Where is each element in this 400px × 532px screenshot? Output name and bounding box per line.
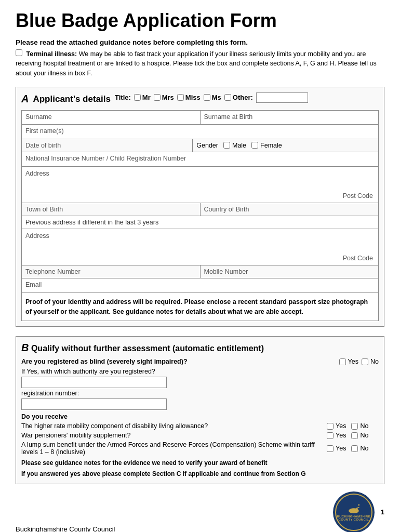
gender-female-text: Female [260, 142, 282, 149]
war-yes-label[interactable]: Yes [327, 432, 346, 439]
blind-yes-text: Yes [348, 358, 358, 365]
armed-yes-checkbox[interactable] [327, 445, 334, 452]
do-you-receive: Do you receive [21, 413, 379, 420]
svg-point-1 [358, 504, 359, 506]
b-note1: Please see guidance notes for the eviden… [21, 459, 379, 468]
war-yes-checkbox[interactable] [327, 432, 334, 439]
dob-field: Date of birth [22, 139, 193, 152]
b-note2: If you answered yes above please complet… [21, 470, 379, 478]
title-other-text: Other: [233, 94, 253, 101]
war-no-text: No [360, 432, 368, 439]
mobile-field: Mobile Number [200, 265, 379, 278]
title-miss-label[interactable]: Miss [177, 94, 201, 101]
title-other-label[interactable]: Other: [224, 94, 253, 101]
terminal-section: Terminal illness: We may be able to fast… [16, 49, 384, 78]
gender-female-label[interactable]: Female [251, 142, 282, 149]
blind-no-text: No [370, 358, 379, 365]
blind-yes-checkbox[interactable] [339, 358, 346, 365]
country-of-birth-field: Country of Birth [200, 203, 379, 216]
intro-bold: Please read the attached guidance notes … [16, 38, 384, 46]
registration-input[interactable] [21, 398, 167, 410]
email-field: Email [21, 278, 379, 293]
surname-field: Surname [21, 110, 201, 125]
armed-forces-options: Yes No [327, 445, 379, 452]
address-label: Address [25, 170, 49, 177]
higher-yes-text: Yes [336, 422, 346, 430]
swan-icon [346, 503, 361, 514]
war-pension-options: Yes No [327, 432, 379, 439]
war-yes-text: Yes [336, 432, 346, 439]
higher-no-label[interactable]: No [351, 422, 368, 430]
post-code-label: Post Code [343, 192, 373, 200]
higher-yes-checkbox[interactable] [327, 423, 334, 430]
phone-row: Telephone Number Mobile Number [21, 265, 379, 278]
war-no-label[interactable]: No [351, 432, 368, 439]
title-label: Title: [115, 94, 131, 101]
war-no-checkbox[interactable] [351, 432, 358, 439]
armed-forces-row: A lump sum benefit under the Armed Force… [21, 441, 379, 456]
council-logo: BUCKINGHAMSHIRE COUNTY COUNCIL [333, 491, 375, 532]
section-a: A Applicant's details Title: Mr Mrs Miss… [16, 87, 384, 327]
town-of-birth-field: Town of Birth [22, 203, 200, 216]
blind-question: Are you registered as blind (severely si… [21, 358, 336, 365]
blind-no-label[interactable]: No [362, 358, 379, 365]
prev-address-label: Previous address if different in the las… [21, 216, 379, 229]
title-mr-label[interactable]: Mr [134, 94, 151, 101]
armed-no-checkbox[interactable] [351, 445, 358, 452]
title-ms-checkbox[interactable] [204, 94, 210, 101]
title-miss-checkbox[interactable] [177, 94, 184, 101]
gender-male-label[interactable]: Male [223, 142, 246, 149]
council-bottom-text: COUNTY COUNCIL [339, 518, 369, 521]
which-authority-label: If Yes, with which authority are you reg… [21, 368, 379, 375]
terminal-checkbox[interactable] [16, 49, 22, 56]
armed-no-text: No [360, 445, 368, 452]
gender-label: Gender [196, 142, 218, 149]
title-miss-text: Miss [185, 94, 201, 101]
title-mrs-checkbox[interactable] [154, 94, 161, 101]
section-b: B Qualify without further assessment (au… [16, 336, 384, 484]
blind-yes-label[interactable]: Yes [339, 358, 358, 365]
address-box: Address Post Code [21, 167, 379, 203]
armed-yes-label[interactable]: Yes [327, 445, 346, 452]
armed-no-label[interactable]: No [351, 445, 368, 452]
council-name: Buckinghamshire County Council [16, 525, 115, 532]
gender-male-checkbox[interactable] [223, 142, 230, 149]
section-b-title: Qualify without further assessment (auto… [31, 344, 264, 353]
title-other-input[interactable] [256, 92, 308, 103]
section-a-header: A Applicant's details Title: Mr Mrs Miss… [21, 92, 379, 106]
section-a-letter: A [21, 93, 29, 105]
title-mrs-label[interactable]: Mrs [154, 94, 174, 101]
higher-rate-row: The higher rate mobility component of di… [21, 422, 379, 430]
gender-female-checkbox[interactable] [251, 142, 258, 149]
svg-point-0 [349, 508, 359, 513]
title-other-checkbox[interactable] [224, 94, 231, 101]
registration-label: registration number: [21, 390, 379, 397]
higher-no-checkbox[interactable] [351, 423, 358, 430]
terminal-label: Terminal illness: [26, 50, 77, 58]
higher-yes-label[interactable]: Yes [327, 422, 346, 430]
blind-no-checkbox[interactable] [362, 358, 368, 365]
prev-post-code-label: Post Code [343, 255, 373, 262]
page-title: Blue Badge Application Form [16, 10, 384, 31]
proof-note: Proof of your identity and address will … [21, 293, 379, 322]
war-pension-label: War pensioners' mobility supplement? [21, 432, 327, 439]
registration-row: registration number: [21, 390, 379, 410]
birth-location-row: Town of Birth Country of Birth [21, 203, 379, 216]
title-mrs-text: Mrs [162, 94, 174, 101]
surname-row: Surname Surname at Birth [21, 110, 379, 125]
blind-row: Are you registered as blind (severely si… [21, 358, 379, 365]
ni-number-field: National Insurance Number / Child Regist… [21, 152, 379, 167]
section-b-letter: B [21, 342, 29, 353]
section-b-header: B Qualify without further assessment (au… [21, 342, 379, 354]
title-mr-text: Mr [142, 94, 151, 101]
title-ms-label[interactable]: Ms [204, 94, 221, 101]
higher-no-text: No [360, 422, 368, 430]
surname-at-birth-field: Surname at Birth [201, 110, 379, 125]
prev-address-box: Address Post Code [21, 229, 379, 265]
title-ms-text: Ms [212, 94, 221, 101]
section-a-title: Applicant's details [33, 94, 111, 104]
authority-input[interactable] [21, 377, 167, 388]
title-mr-checkbox[interactable] [134, 94, 141, 101]
dob-gender-row: Date of birth Gender Male Female [21, 139, 379, 152]
footer: Buckinghamshire County Council BUCKINGHA… [16, 491, 384, 532]
